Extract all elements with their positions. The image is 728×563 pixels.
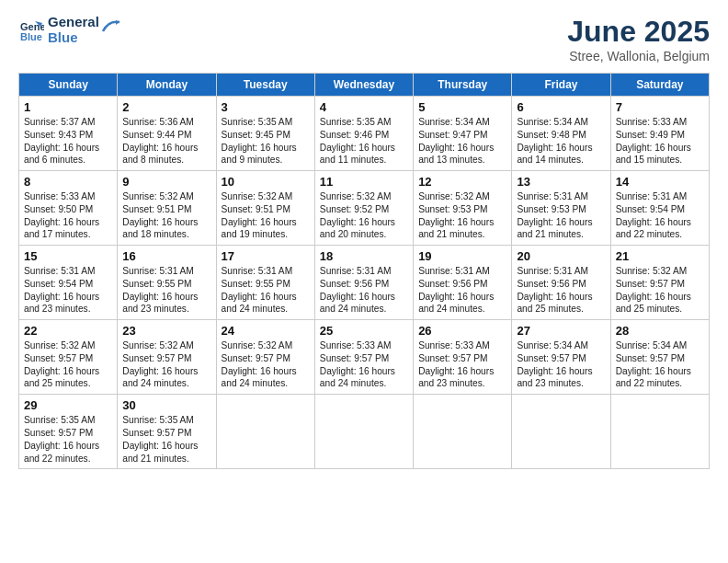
day-info: Sunrise: 5:32 AMSunset: 9:57 PMDaylight:… <box>222 339 310 390</box>
col-sunday: Sunday <box>19 74 118 97</box>
day-info: Sunrise: 5:34 AMSunset: 9:48 PMDaylight:… <box>517 116 605 167</box>
col-saturday: Saturday <box>610 74 709 97</box>
table-row: 27Sunrise: 5:34 AMSunset: 9:57 PMDayligh… <box>512 320 610 395</box>
day-info: Sunrise: 5:35 AMSunset: 9:57 PMDaylight:… <box>24 414 112 465</box>
day-info: Sunrise: 5:32 AMSunset: 9:52 PMDaylight:… <box>320 190 408 241</box>
day-info: Sunrise: 5:31 AMSunset: 9:54 PMDaylight:… <box>616 190 704 241</box>
day-info: Sunrise: 5:36 AMSunset: 9:44 PMDaylight:… <box>122 116 210 167</box>
table-row: 11Sunrise: 5:32 AMSunset: 9:52 PMDayligh… <box>314 171 413 246</box>
day-info: Sunrise: 5:31 AMSunset: 9:53 PMDaylight:… <box>517 190 605 241</box>
day-number: 24 <box>222 324 310 338</box>
day-number: 13 <box>517 175 605 189</box>
day-number: 28 <box>616 324 704 338</box>
calendar-week-row: 1Sunrise: 5:37 AMSunset: 9:43 PMDaylight… <box>19 97 710 171</box>
table-row: 16Sunrise: 5:31 AMSunset: 9:55 PMDayligh… <box>118 246 216 320</box>
day-info: Sunrise: 5:31 AMSunset: 9:56 PMDaylight:… <box>320 265 408 316</box>
day-info: Sunrise: 5:31 AMSunset: 9:55 PMDaylight:… <box>122 265 210 316</box>
day-number: 20 <box>517 249 605 263</box>
col-friday: Friday <box>512 74 610 97</box>
day-number: 14 <box>616 175 704 189</box>
table-row: 5Sunrise: 5:34 AMSunset: 9:47 PMDaylight… <box>414 97 512 171</box>
day-number: 11 <box>320 175 408 189</box>
day-number: 27 <box>517 324 605 338</box>
table-row: 3Sunrise: 5:35 AMSunset: 9:45 PMDaylight… <box>216 97 314 171</box>
day-info: Sunrise: 5:34 AMSunset: 9:47 PMDaylight:… <box>418 116 506 167</box>
day-number: 6 <box>517 100 605 114</box>
table-row: 10Sunrise: 5:32 AMSunset: 9:51 PMDayligh… <box>216 171 314 246</box>
day-info: Sunrise: 5:32 AMSunset: 9:51 PMDaylight:… <box>222 190 310 241</box>
day-number: 10 <box>222 175 310 189</box>
day-number: 2 <box>122 100 210 114</box>
table-row: 4Sunrise: 5:35 AMSunset: 9:46 PMDaylight… <box>314 97 413 171</box>
table-row: 21Sunrise: 5:32 AMSunset: 9:57 PMDayligh… <box>610 246 709 320</box>
day-info: Sunrise: 5:32 AMSunset: 9:57 PMDaylight:… <box>616 265 704 316</box>
logo-swoosh-icon <box>101 18 121 35</box>
day-number: 17 <box>222 249 310 263</box>
day-number: 23 <box>122 324 210 338</box>
day-info: Sunrise: 5:32 AMSunset: 9:57 PMDaylight:… <box>122 339 210 390</box>
day-info: Sunrise: 5:37 AMSunset: 9:43 PMDaylight:… <box>24 116 112 167</box>
day-info: Sunrise: 5:32 AMSunset: 9:51 PMDaylight:… <box>122 190 210 241</box>
day-number: 19 <box>418 249 506 263</box>
title-block: June 2025 Stree, Wallonia, Belgium <box>567 15 710 63</box>
table-row: 26Sunrise: 5:33 AMSunset: 9:57 PMDayligh… <box>414 320 512 395</box>
day-info: Sunrise: 5:33 AMSunset: 9:49 PMDaylight:… <box>616 116 704 167</box>
main-title: June 2025 <box>567 15 710 49</box>
day-number: 25 <box>320 324 408 338</box>
table-row: 19Sunrise: 5:31 AMSunset: 9:56 PMDayligh… <box>414 246 512 320</box>
day-info: Sunrise: 5:33 AMSunset: 9:57 PMDaylight:… <box>418 339 506 390</box>
day-number: 30 <box>122 398 210 412</box>
table-row <box>216 395 314 469</box>
day-info: Sunrise: 5:32 AMSunset: 9:53 PMDaylight:… <box>418 190 506 241</box>
table-row <box>414 395 512 469</box>
day-info: Sunrise: 5:34 AMSunset: 9:57 PMDaylight:… <box>517 339 605 390</box>
header: General Blue General Blue June 2025 Stre… <box>18 15 710 63</box>
logo-blue: Blue <box>48 30 99 46</box>
day-number: 18 <box>320 249 408 263</box>
table-row: 8Sunrise: 5:33 AMSunset: 9:50 PMDaylight… <box>19 171 118 246</box>
logo-general: General <box>48 15 99 30</box>
day-number: 21 <box>616 249 704 263</box>
table-row: 29Sunrise: 5:35 AMSunset: 9:57 PMDayligh… <box>19 395 118 469</box>
day-number: 26 <box>418 324 506 338</box>
table-row: 22Sunrise: 5:32 AMSunset: 9:57 PMDayligh… <box>19 320 118 395</box>
table-row: 15Sunrise: 5:31 AMSunset: 9:54 PMDayligh… <box>19 246 118 320</box>
col-wednesday: Wednesday <box>314 74 413 97</box>
day-number: 16 <box>122 249 210 263</box>
table-row <box>610 395 709 469</box>
day-info: Sunrise: 5:35 AMSunset: 9:46 PMDaylight:… <box>320 116 408 167</box>
day-number: 15 <box>24 249 112 263</box>
col-tuesday: Tuesday <box>216 74 314 97</box>
table-row: 25Sunrise: 5:33 AMSunset: 9:57 PMDayligh… <box>314 320 413 395</box>
day-number: 7 <box>616 100 704 114</box>
calendar-header-row: Sunday Monday Tuesday Wednesday Thursday… <box>19 74 710 97</box>
day-info: Sunrise: 5:31 AMSunset: 9:55 PMDaylight:… <box>222 265 310 316</box>
table-row: 2Sunrise: 5:36 AMSunset: 9:44 PMDaylight… <box>118 97 216 171</box>
table-row: 30Sunrise: 5:35 AMSunset: 9:57 PMDayligh… <box>118 395 216 469</box>
day-info: Sunrise: 5:34 AMSunset: 9:57 PMDaylight:… <box>616 339 704 390</box>
calendar-week-row: 15Sunrise: 5:31 AMSunset: 9:54 PMDayligh… <box>19 246 710 320</box>
table-row <box>512 395 610 469</box>
subtitle: Stree, Wallonia, Belgium <box>567 49 710 63</box>
day-number: 5 <box>418 100 506 114</box>
table-row: 28Sunrise: 5:34 AMSunset: 9:57 PMDayligh… <box>610 320 709 395</box>
table-row: 20Sunrise: 5:31 AMSunset: 9:56 PMDayligh… <box>512 246 610 320</box>
day-number: 12 <box>418 175 506 189</box>
table-row: 9Sunrise: 5:32 AMSunset: 9:51 PMDaylight… <box>118 171 216 246</box>
day-info: Sunrise: 5:31 AMSunset: 9:56 PMDaylight:… <box>517 265 605 316</box>
day-number: 22 <box>24 324 112 338</box>
page: General Blue General Blue June 2025 Stre… <box>0 0 728 563</box>
table-row: 7Sunrise: 5:33 AMSunset: 9:49 PMDaylight… <box>610 97 709 171</box>
day-info: Sunrise: 5:35 AMSunset: 9:45 PMDaylight:… <box>222 116 310 167</box>
table-row <box>314 395 413 469</box>
day-info: Sunrise: 5:32 AMSunset: 9:57 PMDaylight:… <box>24 339 112 390</box>
day-info: Sunrise: 5:31 AMSunset: 9:56 PMDaylight:… <box>418 265 506 316</box>
day-number: 3 <box>222 100 310 114</box>
day-info: Sunrise: 5:33 AMSunset: 9:57 PMDaylight:… <box>320 339 408 390</box>
table-row: 18Sunrise: 5:31 AMSunset: 9:56 PMDayligh… <box>314 246 413 320</box>
calendar-table: Sunday Monday Tuesday Wednesday Thursday… <box>18 73 710 469</box>
day-info: Sunrise: 5:33 AMSunset: 9:50 PMDaylight:… <box>24 190 112 241</box>
day-number: 29 <box>24 398 112 412</box>
day-info: Sunrise: 5:31 AMSunset: 9:54 PMDaylight:… <box>24 265 112 316</box>
table-row: 13Sunrise: 5:31 AMSunset: 9:53 PMDayligh… <box>512 171 610 246</box>
